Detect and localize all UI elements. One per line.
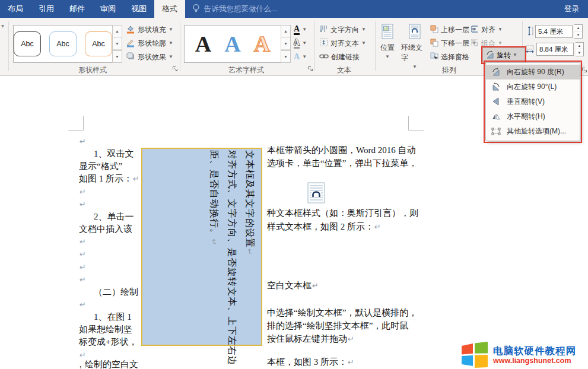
menu-item-rotate-left-90[interactable]: 向左旋转 90°(L) <box>486 79 580 94</box>
shape-height-input[interactable]: 5.4 厘米 <box>535 25 573 38</box>
doc-line[interactable]: 1、双击文 <box>79 148 135 160</box>
page-corner-mark <box>68 116 84 131</box>
menu-item-more-rotation-options[interactable]: 其他旋转选项(M)... <box>486 124 580 139</box>
sign-in-button[interactable]: 登录 <box>555 0 588 18</box>
textbox-line: 距、是否自动换行。↵ <box>205 150 223 339</box>
doc-line[interactable]: 1、在图 1 <box>79 311 132 323</box>
doc-line[interactable]: 如果想绘制坚 <box>79 323 133 336</box>
doc-line[interactable]: 如图 1 所示：↵ <box>79 173 139 185</box>
shape-fill-button[interactable]: 形状填充▼ <box>126 24 173 36</box>
shape-style-thumb-2[interactable]: Abc <box>49 31 77 56</box>
doc-line[interactable]: 显示“格式” <box>79 160 123 173</box>
menu-item-flip-vertical[interactable]: 垂直翻转(V) <box>486 94 580 109</box>
text-effects-button[interactable]: A▼ <box>294 51 307 63</box>
site-watermark: 电脑软硬件教程网 www.liangshunet.com <box>458 342 588 369</box>
shape-width-stepper[interactable]: ▲▼ <box>576 42 584 56</box>
doc-line[interactable]: 选项卡，单击“位置”，弹出下拉菜单， <box>267 157 418 170</box>
stepper-down-icon[interactable]: ▼ <box>574 31 582 38</box>
doc-line[interactable]: 标变成+形状， <box>79 336 138 348</box>
position-button[interactable]: 位置 ▼ <box>374 24 401 59</box>
chevron-down-icon: ▼ <box>385 55 390 59</box>
gallery-up-icon[interactable]: ▲ <box>281 26 290 38</box>
doc-line[interactable]: 按住鼠标左键并拖动↵ <box>267 333 354 345</box>
doc-line[interactable]: ↵ <box>79 273 86 286</box>
gallery-down-icon[interactable]: ▼ <box>281 38 290 50</box>
position-icon <box>381 24 394 41</box>
shape-style-thumb-1[interactable]: Abc <box>14 31 41 56</box>
doc-line[interactable]: ↵ <box>79 298 86 311</box>
tab-view[interactable]: 视图 <box>123 0 154 18</box>
tab-mailings[interactable]: 邮件 <box>62 0 93 18</box>
create-link-button[interactable]: 创建链接 <box>319 51 360 63</box>
chevron-down-icon: ▼ <box>169 41 173 46</box>
text-direction-button[interactable]: 文字方向▼ <box>319 24 366 36</box>
doc-line[interactable]: 本框带箭头的小圆圈，Word 2016 自动 <box>267 144 416 157</box>
selection-pane-icon <box>430 52 438 62</box>
gallery-more-icon[interactable]: ▼ <box>113 50 122 62</box>
doc-line[interactable]: 本框，如图 3 所示：↵ <box>267 356 354 368</box>
shape-style-thumb-3[interactable]: Abc <box>85 31 112 56</box>
textbox-line: 对齐方式、文字方向、是否旋转文本、上下左右边 <box>223 150 241 339</box>
stepper-down-icon[interactable]: ▼ <box>576 49 583 56</box>
doc-line[interactable]: ↵ <box>79 135 86 148</box>
text-group-label: 文本 <box>316 65 373 75</box>
gallery-more-icon[interactable]: ▼ <box>281 50 290 62</box>
shape-effects-button[interactable]: 形状效果▼ <box>126 51 173 63</box>
doc-line[interactable]: 排的选择“绘制坚排文本框”，此时鼠 <box>267 320 409 332</box>
doc-line[interactable]: 中选择“绘制文本框”，默认是横排的， <box>267 307 418 319</box>
rotate-button[interactable]: 旋转 ▼ <box>482 47 525 63</box>
wordart-thumb-3[interactable]: A <box>254 33 270 55</box>
tab-format-active[interactable]: 格式 <box>154 0 185 18</box>
selection-pane-button[interactable]: 选择窗格 <box>430 51 469 63</box>
site-name: 电脑软硬件教程网 <box>493 345 576 357</box>
chevron-down-icon: ▼ <box>361 41 366 46</box>
wordart-thumb-1[interactable]: A <box>195 33 211 55</box>
text-box-rotated-text[interactable]: 文本框及其文字的设置↵ 对齐方式、文字方向、是否旋转文本、上下左右边 距、是否自… <box>206 150 259 339</box>
rotate-label: 旋转 <box>497 50 511 61</box>
doc-line[interactable]: 空白文本框↵ <box>267 279 319 292</box>
wordart-dialog-launcher-icon[interactable] <box>307 66 314 72</box>
doc-line[interactable]: ↵ <box>79 198 86 211</box>
shape-styles-dialog-launcher-icon[interactable] <box>172 66 179 72</box>
window-flag-logo-icon <box>460 341 489 369</box>
doc-line[interactable]: 样式文本框，如图 2 所示：↵ <box>267 221 381 233</box>
gallery-up-icon[interactable]: ▲ <box>113 26 122 38</box>
wordart-thumb-2[interactable]: A <box>224 33 240 55</box>
wrap-text-button[interactable]: 环绕文字 ▼ <box>401 24 428 69</box>
doc-line[interactable]: ，绘制的空白文 <box>76 358 139 369</box>
chevron-down-icon: ▼ <box>513 53 517 58</box>
doc-line[interactable]: ↵ <box>79 248 86 260</box>
menu-item-flip-horizontal[interactable]: 水平翻转(H) <box>486 109 580 124</box>
align-text-button[interactable]: 对齐文本▼ <box>319 37 366 49</box>
doc-line[interactable]: 种文本框样式（如：奥斯汀引言），则 <box>267 207 419 220</box>
group-divider <box>314 21 315 71</box>
tab-references[interactable]: 引用 <box>31 0 62 18</box>
bring-forward-button[interactable]: 上移一层▼ <box>430 24 476 36</box>
tab-review[interactable]: 审阅 <box>93 0 123 18</box>
doc-line[interactable]: （二）绘制 <box>79 286 139 298</box>
send-backward-button[interactable]: 下移一层▼ <box>430 37 476 49</box>
shape-width-input[interactable]: 8.84 厘米 <box>536 43 574 56</box>
tell-me-search[interactable]: 告诉我您想要做什么... <box>192 0 277 18</box>
size-dialog-launcher-icon[interactable] <box>581 67 588 74</box>
shape-styles-group-label: 形状样式 <box>9 65 176 75</box>
menu-item-rotate-right-90[interactable]: 向右旋转 90 度(R) <box>486 65 580 79</box>
stepper-up-icon[interactable]: ▲ <box>574 25 582 31</box>
shape-outline-button[interactable]: 形状轮廓▼ <box>126 37 173 49</box>
align-objects-button[interactable]: 对齐▼ <box>471 24 503 36</box>
menu-item-label: 向右旋转 90 度(R) <box>507 67 564 77</box>
tab-layout[interactable]: 布局 <box>0 0 31 18</box>
page-corner-mark <box>408 116 424 131</box>
gallery-down-icon[interactable]: ▼ <box>113 38 122 50</box>
doc-line[interactable]: 2、单击一 <box>79 211 135 223</box>
stepper-up-icon[interactable]: ▲ <box>576 43 583 49</box>
doc-line[interactable]: ↵ <box>79 186 86 198</box>
doc-line[interactable]: 文档中插入该 <box>79 223 133 236</box>
shape-height-stepper[interactable]: ▲▼ <box>574 24 583 39</box>
menu-item-label: 水平翻转(H) <box>507 112 545 122</box>
text-fill-button[interactable]: A▼ <box>294 24 307 36</box>
menu-item-label: 其他旋转选项(M)... <box>507 126 566 136</box>
text-outline-button[interactable]: A▼ <box>294 37 307 49</box>
doc-line[interactable]: ↵ <box>79 236 86 248</box>
doc-line[interactable]: ↵ <box>79 261 86 273</box>
